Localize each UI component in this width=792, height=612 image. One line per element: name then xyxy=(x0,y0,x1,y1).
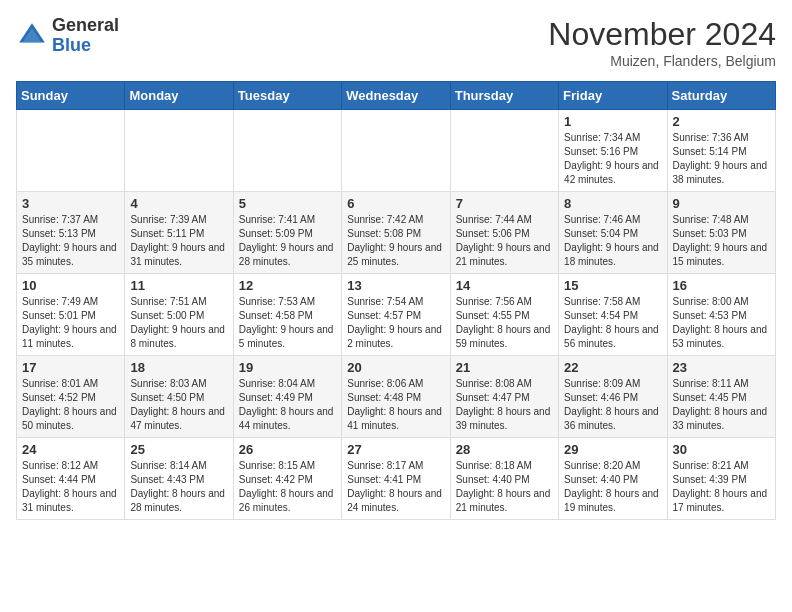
calendar-cell xyxy=(233,110,341,192)
calendar-header-thursday: Thursday xyxy=(450,82,558,110)
calendar-week-row: 24Sunrise: 8:12 AM Sunset: 4:44 PM Dayli… xyxy=(17,438,776,520)
calendar-cell: 10Sunrise: 7:49 AM Sunset: 5:01 PM Dayli… xyxy=(17,274,125,356)
calendar-cell: 27Sunrise: 8:17 AM Sunset: 4:41 PM Dayli… xyxy=(342,438,450,520)
day-info: Sunrise: 8:14 AM Sunset: 4:43 PM Dayligh… xyxy=(130,459,227,515)
day-info: Sunrise: 8:21 AM Sunset: 4:39 PM Dayligh… xyxy=(673,459,770,515)
day-number: 24 xyxy=(22,442,119,457)
calendar-cell: 15Sunrise: 7:58 AM Sunset: 4:54 PM Dayli… xyxy=(559,274,667,356)
calendar-cell: 16Sunrise: 8:00 AM Sunset: 4:53 PM Dayli… xyxy=(667,274,775,356)
calendar-cell: 22Sunrise: 8:09 AM Sunset: 4:46 PM Dayli… xyxy=(559,356,667,438)
calendar-cell: 28Sunrise: 8:18 AM Sunset: 4:40 PM Dayli… xyxy=(450,438,558,520)
logo-blue: Blue xyxy=(52,36,119,56)
day-info: Sunrise: 7:48 AM Sunset: 5:03 PM Dayligh… xyxy=(673,213,770,269)
calendar-header-friday: Friday xyxy=(559,82,667,110)
calendar-cell: 13Sunrise: 7:54 AM Sunset: 4:57 PM Dayli… xyxy=(342,274,450,356)
calendar-cell: 20Sunrise: 8:06 AM Sunset: 4:48 PM Dayli… xyxy=(342,356,450,438)
calendar-cell xyxy=(342,110,450,192)
day-info: Sunrise: 8:11 AM Sunset: 4:45 PM Dayligh… xyxy=(673,377,770,433)
calendar-header-tuesday: Tuesday xyxy=(233,82,341,110)
calendar-cell: 9Sunrise: 7:48 AM Sunset: 5:03 PM Daylig… xyxy=(667,192,775,274)
calendar-cell xyxy=(125,110,233,192)
calendar-cell: 30Sunrise: 8:21 AM Sunset: 4:39 PM Dayli… xyxy=(667,438,775,520)
calendar-cell xyxy=(450,110,558,192)
calendar-cell: 4Sunrise: 7:39 AM Sunset: 5:11 PM Daylig… xyxy=(125,192,233,274)
calendar-cell: 18Sunrise: 8:03 AM Sunset: 4:50 PM Dayli… xyxy=(125,356,233,438)
day-info: Sunrise: 8:20 AM Sunset: 4:40 PM Dayligh… xyxy=(564,459,661,515)
day-number: 1 xyxy=(564,114,661,129)
day-number: 26 xyxy=(239,442,336,457)
day-info: Sunrise: 7:42 AM Sunset: 5:08 PM Dayligh… xyxy=(347,213,444,269)
title-section: November 2024 Muizen, Flanders, Belgium xyxy=(548,16,776,69)
day-number: 20 xyxy=(347,360,444,375)
day-number: 23 xyxy=(673,360,770,375)
day-info: Sunrise: 7:44 AM Sunset: 5:06 PM Dayligh… xyxy=(456,213,553,269)
calendar-cell: 19Sunrise: 8:04 AM Sunset: 4:49 PM Dayli… xyxy=(233,356,341,438)
calendar-cell: 17Sunrise: 8:01 AM Sunset: 4:52 PM Dayli… xyxy=(17,356,125,438)
day-info: Sunrise: 7:58 AM Sunset: 4:54 PM Dayligh… xyxy=(564,295,661,351)
day-info: Sunrise: 7:54 AM Sunset: 4:57 PM Dayligh… xyxy=(347,295,444,351)
logo: General Blue xyxy=(16,16,119,56)
day-info: Sunrise: 7:39 AM Sunset: 5:11 PM Dayligh… xyxy=(130,213,227,269)
calendar-header-wednesday: Wednesday xyxy=(342,82,450,110)
calendar-week-row: 17Sunrise: 8:01 AM Sunset: 4:52 PM Dayli… xyxy=(17,356,776,438)
calendar-header-row: SundayMondayTuesdayWednesdayThursdayFrid… xyxy=(17,82,776,110)
day-info: Sunrise: 8:12 AM Sunset: 4:44 PM Dayligh… xyxy=(22,459,119,515)
day-number: 3 xyxy=(22,196,119,211)
calendar-cell: 8Sunrise: 7:46 AM Sunset: 5:04 PM Daylig… xyxy=(559,192,667,274)
calendar-cell xyxy=(17,110,125,192)
calendar-cell: 29Sunrise: 8:20 AM Sunset: 4:40 PM Dayli… xyxy=(559,438,667,520)
day-info: Sunrise: 8:06 AM Sunset: 4:48 PM Dayligh… xyxy=(347,377,444,433)
day-number: 14 xyxy=(456,278,553,293)
day-number: 25 xyxy=(130,442,227,457)
logo-icon xyxy=(16,20,48,52)
day-info: Sunrise: 8:03 AM Sunset: 4:50 PM Dayligh… xyxy=(130,377,227,433)
day-number: 22 xyxy=(564,360,661,375)
calendar-header-saturday: Saturday xyxy=(667,82,775,110)
page-header: General Blue November 2024 Muizen, Fland… xyxy=(16,16,776,69)
day-info: Sunrise: 7:49 AM Sunset: 5:01 PM Dayligh… xyxy=(22,295,119,351)
day-info: Sunrise: 8:09 AM Sunset: 4:46 PM Dayligh… xyxy=(564,377,661,433)
calendar-week-row: 1Sunrise: 7:34 AM Sunset: 5:16 PM Daylig… xyxy=(17,110,776,192)
day-info: Sunrise: 7:56 AM Sunset: 4:55 PM Dayligh… xyxy=(456,295,553,351)
day-number: 9 xyxy=(673,196,770,211)
logo-general: General xyxy=(52,16,119,36)
day-number: 8 xyxy=(564,196,661,211)
calendar-week-row: 10Sunrise: 7:49 AM Sunset: 5:01 PM Dayli… xyxy=(17,274,776,356)
day-info: Sunrise: 7:37 AM Sunset: 5:13 PM Dayligh… xyxy=(22,213,119,269)
day-info: Sunrise: 8:15 AM Sunset: 4:42 PM Dayligh… xyxy=(239,459,336,515)
calendar-cell: 2Sunrise: 7:36 AM Sunset: 5:14 PM Daylig… xyxy=(667,110,775,192)
day-number: 28 xyxy=(456,442,553,457)
calendar-cell: 23Sunrise: 8:11 AM Sunset: 4:45 PM Dayli… xyxy=(667,356,775,438)
day-info: Sunrise: 8:17 AM Sunset: 4:41 PM Dayligh… xyxy=(347,459,444,515)
day-number: 18 xyxy=(130,360,227,375)
day-number: 13 xyxy=(347,278,444,293)
calendar-cell: 24Sunrise: 8:12 AM Sunset: 4:44 PM Dayli… xyxy=(17,438,125,520)
day-number: 7 xyxy=(456,196,553,211)
calendar-week-row: 3Sunrise: 7:37 AM Sunset: 5:13 PM Daylig… xyxy=(17,192,776,274)
calendar-header-sunday: Sunday xyxy=(17,82,125,110)
calendar-cell: 25Sunrise: 8:14 AM Sunset: 4:43 PM Dayli… xyxy=(125,438,233,520)
day-number: 4 xyxy=(130,196,227,211)
calendar-cell: 14Sunrise: 7:56 AM Sunset: 4:55 PM Dayli… xyxy=(450,274,558,356)
day-info: Sunrise: 7:46 AM Sunset: 5:04 PM Dayligh… xyxy=(564,213,661,269)
month-title: November 2024 xyxy=(548,16,776,53)
day-number: 5 xyxy=(239,196,336,211)
day-info: Sunrise: 7:41 AM Sunset: 5:09 PM Dayligh… xyxy=(239,213,336,269)
day-number: 27 xyxy=(347,442,444,457)
calendar-cell: 12Sunrise: 7:53 AM Sunset: 4:58 PM Dayli… xyxy=(233,274,341,356)
day-info: Sunrise: 7:53 AM Sunset: 4:58 PM Dayligh… xyxy=(239,295,336,351)
day-info: Sunrise: 7:34 AM Sunset: 5:16 PM Dayligh… xyxy=(564,131,661,187)
calendar-cell: 21Sunrise: 8:08 AM Sunset: 4:47 PM Dayli… xyxy=(450,356,558,438)
location: Muizen, Flanders, Belgium xyxy=(548,53,776,69)
day-info: Sunrise: 7:51 AM Sunset: 5:00 PM Dayligh… xyxy=(130,295,227,351)
calendar-cell: 3Sunrise: 7:37 AM Sunset: 5:13 PM Daylig… xyxy=(17,192,125,274)
calendar-cell: 5Sunrise: 7:41 AM Sunset: 5:09 PM Daylig… xyxy=(233,192,341,274)
day-info: Sunrise: 8:18 AM Sunset: 4:40 PM Dayligh… xyxy=(456,459,553,515)
calendar-table: SundayMondayTuesdayWednesdayThursdayFrid… xyxy=(16,81,776,520)
day-number: 19 xyxy=(239,360,336,375)
day-number: 2 xyxy=(673,114,770,129)
calendar-header-monday: Monday xyxy=(125,82,233,110)
day-number: 6 xyxy=(347,196,444,211)
day-info: Sunrise: 7:36 AM Sunset: 5:14 PM Dayligh… xyxy=(673,131,770,187)
day-number: 29 xyxy=(564,442,661,457)
